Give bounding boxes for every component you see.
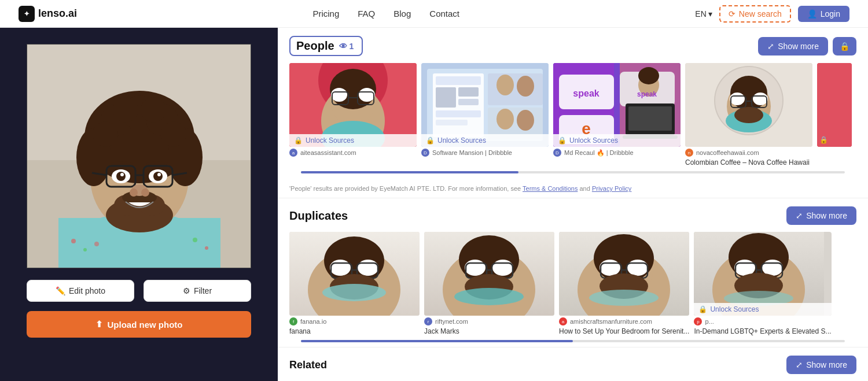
people-image-grid: 🔒 Unlock Sources a aiteasassistant.com	[289, 63, 856, 167]
people-thumb-5: 🔒	[817, 63, 852, 147]
dup-result-1[interactable]: f fanana.io fanana	[289, 232, 420, 335]
svg-point-86	[730, 93, 745, 105]
main-nav: Pricing FAQ Blog Contact	[312, 9, 459, 19]
language-button[interactable]: EN ▾	[695, 9, 712, 19]
svg-point-100	[358, 260, 378, 276]
svg-point-17	[141, 97, 166, 123]
dup-thumb-2	[424, 232, 554, 316]
dup-result-2[interactable]: r riftynet.com Jack Marks	[424, 232, 554, 335]
source-title-4: Colombian Coffee – Nova Coffee Hawaii	[685, 158, 812, 167]
svg-point-124	[627, 260, 648, 276]
svg-rect-61	[488, 73, 543, 105]
svg-point-39	[193, 238, 197, 242]
svg-point-35	[141, 188, 149, 197]
terms-link[interactable]: Terms & Conditions	[523, 185, 578, 192]
svg-point-65	[496, 109, 514, 130]
lock-icon-3: 🔒	[558, 136, 567, 145]
new-search-button[interactable]: ⟳ New search	[719, 5, 791, 23]
duplicates-section: Duplicates ⤢ Show more	[278, 198, 868, 347]
people-result-1[interactable]: 🔒 Unlock Sources a aiteasassistant.com	[289, 63, 417, 167]
filter-button[interactable]: ⚙ Filter	[144, 280, 251, 302]
user-icon: 👤	[807, 9, 817, 19]
svg-point-66	[517, 110, 534, 131]
edit-photo-button[interactable]: ✏️ Edit photo	[27, 280, 134, 302]
eye-count: 1	[350, 42, 354, 51]
dup-result-3[interactable]: a amishcraftsmanfurniture.com How to Set…	[559, 232, 689, 335]
dup-title-1: fanana	[289, 327, 420, 335]
source-favicon-1: a	[289, 149, 297, 157]
svg-point-117	[454, 288, 524, 305]
people-show-more-button[interactable]: ⤢ Show more	[758, 37, 828, 56]
svg-point-105	[322, 284, 386, 301]
edit-icon: ✏️	[56, 286, 65, 295]
dup-thumb-3	[559, 232, 689, 316]
svg-point-29	[116, 172, 126, 181]
unlock-overlay-3[interactable]: 🔒 Unlock Sources	[553, 134, 681, 147]
unlock-overlay-1[interactable]: 🔒 Unlock Sources	[289, 134, 417, 147]
dup-favicon-4: p	[694, 317, 702, 325]
svg-point-87	[753, 93, 768, 105]
upload-photo-button[interactable]: ⬆ Upload new photo	[27, 311, 251, 338]
lock-icon-2: 🔒	[426, 136, 435, 145]
duplicates-title: Duplicates	[289, 209, 348, 223]
language-label: EN	[695, 9, 706, 19]
svg-point-30	[153, 172, 163, 181]
related-title: Related	[289, 359, 327, 371]
people-result-3[interactable]: speak speak	[553, 63, 681, 167]
nav-pricing[interactable]: Pricing	[312, 9, 339, 19]
privacy-link[interactable]: Privacy Policy	[592, 185, 631, 192]
logo[interactable]: ✦ lenso.ai	[19, 6, 77, 22]
svg-rect-60	[436, 120, 468, 125]
svg-point-136	[762, 260, 783, 276]
right-panel[interactable]: People 👁 1 ⤢ Show more 🔒	[278, 28, 868, 381]
dup-source-3: a amishcraftsmanfurniture.com	[559, 316, 689, 327]
people-lock-button[interactable]: 🔒	[833, 37, 856, 56]
duplicates-show-more-button[interactable]: ⤢ Show more	[786, 206, 856, 225]
related-section: Related ⤢ Show more	[278, 347, 868, 381]
chevron-down-icon: ▾	[708, 9, 712, 19]
people-thumb-1: 🔒 Unlock Sources	[289, 63, 417, 147]
dup-source-4: p p...	[694, 316, 831, 327]
svg-point-34	[130, 188, 138, 197]
source-bar-4: n novacoffeehawaii.com	[685, 147, 812, 158]
upload-icon: ⬆	[95, 319, 103, 330]
svg-rect-57	[458, 87, 479, 97]
dup-favicon-3: a	[559, 317, 567, 325]
svg-point-92	[734, 107, 763, 123]
related-show-more-button[interactable]: ⤢ Show more	[786, 356, 856, 374]
svg-point-77	[638, 67, 659, 84]
dup-result-4[interactable]: 🔒 Unlock Sources p p... In-Demand LGBTQ+…	[694, 232, 831, 335]
header-right: EN ▾ ⟳ New search 👤 Login	[695, 5, 849, 23]
svg-point-129	[589, 290, 659, 306]
nav-contact[interactable]: Contact	[429, 9, 459, 19]
svg-point-36	[71, 239, 76, 243]
people-result-5[interactable]: 🔒	[817, 63, 852, 167]
nav-faq[interactable]: FAQ	[358, 9, 375, 19]
svg-point-15	[161, 121, 186, 147]
source-bar-1: a aiteasassistant.com	[289, 147, 417, 158]
dup-favicon-2: r	[424, 317, 432, 325]
svg-point-111	[465, 260, 486, 276]
people-result-4[interactable]: n novacoffeehawaii.com Colombian Coffee …	[685, 63, 812, 167]
source-bar-3: D Md Recaul 🔥 | Dribbble	[553, 147, 681, 158]
unlock-overlay-dup4[interactable]: 🔒 Unlock Sources	[694, 303, 831, 316]
svg-point-99	[330, 260, 351, 276]
unlock-overlay-2[interactable]: 🔒 Unlock Sources	[421, 134, 549, 147]
people-tab[interactable]: People 👁 1	[289, 36, 363, 56]
people-result-2[interactable]: 🔒 Unlock Sources D Software Mansion | Dr…	[421, 63, 549, 167]
svg-rect-59	[436, 110, 481, 117]
nav-blog[interactable]: Blog	[393, 9, 411, 19]
lock-icon-1: 🔒	[294, 136, 303, 145]
svg-point-16	[113, 97, 138, 123]
duplicates-section-header: Duplicates ⤢ Show more	[289, 206, 856, 225]
dup-title-2: Jack Marks	[424, 327, 554, 335]
dup-favicon-1: f	[289, 317, 297, 325]
svg-point-63	[517, 76, 534, 97]
login-button[interactable]: 👤 Login	[798, 6, 849, 22]
svg-point-123	[599, 260, 620, 276]
svg-point-38	[94, 242, 99, 246]
header: ✦ lenso.ai Pricing FAQ Blog Contact EN ▾…	[0, 0, 868, 28]
svg-point-135	[734, 260, 755, 276]
dup-thumb-4: 🔒 Unlock Sources	[694, 232, 831, 316]
dup-title-3: How to Set Up Your Bedroom for Serenit..…	[559, 327, 689, 335]
